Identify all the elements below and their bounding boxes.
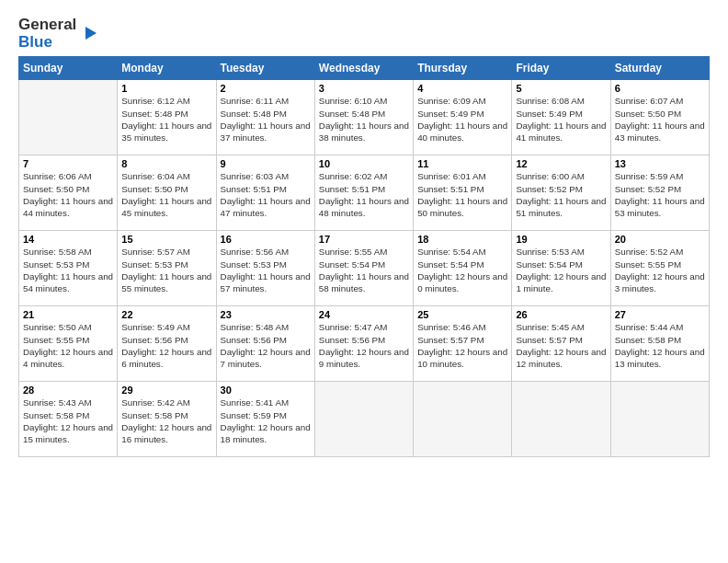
- day-info: Sunrise: 5:54 AMSunset: 5:54 PMDaylight:…: [417, 247, 507, 293]
- calendar-cell: 17 Sunrise: 5:55 AMSunset: 5:54 PMDaylig…: [314, 231, 413, 306]
- day-info: Sunrise: 5:43 AMSunset: 5:58 PMDaylight:…: [23, 397, 113, 444]
- day-number: 2: [221, 83, 311, 94]
- day-info: Sunrise: 5:50 AMSunset: 5:55 PMDaylight:…: [23, 322, 113, 369]
- day-number: 14: [23, 234, 113, 245]
- calendar-cell: 18 Sunrise: 5:54 AMSunset: 5:54 PMDaylig…: [414, 231, 512, 306]
- calendar-table: SundayMondayTuesdayWednesdayThursdayFrid…: [18, 56, 710, 457]
- day-info: Sunrise: 5:57 AMSunset: 5:53 PMDaylight:…: [121, 247, 211, 293]
- day-number: 29: [121, 385, 211, 396]
- day-number: 15: [121, 234, 211, 245]
- calendar-cell: [314, 382, 413, 457]
- day-number: 9: [221, 158, 311, 169]
- calendar-cell: [19, 80, 118, 155]
- day-info: Sunrise: 6:10 AMSunset: 5:48 PMDaylight:…: [319, 96, 409, 143]
- day-number: 17: [319, 234, 409, 245]
- calendar-cell: 20 Sunrise: 5:52 AMSunset: 5:55 PMDaylig…: [610, 231, 709, 306]
- day-number: 13: [615, 158, 705, 169]
- day-info: Sunrise: 6:04 AMSunset: 5:50 PMDaylight:…: [121, 171, 211, 218]
- calendar-cell: 16 Sunrise: 5:56 AMSunset: 5:53 PMDaylig…: [216, 231, 314, 306]
- day-info: Sunrise: 5:42 AMSunset: 5:58 PMDaylight:…: [121, 397, 211, 444]
- day-info: Sunrise: 5:46 AMSunset: 5:57 PMDaylight:…: [417, 322, 507, 369]
- day-number: 21: [23, 309, 113, 320]
- day-info: Sunrise: 5:45 AMSunset: 5:57 PMDaylight:…: [516, 322, 606, 369]
- day-number: 5: [516, 83, 606, 94]
- dow-header: Sunday: [19, 57, 118, 80]
- day-number: 28: [23, 385, 113, 396]
- day-info: Sunrise: 5:44 AMSunset: 5:58 PMDaylight:…: [615, 322, 705, 369]
- day-info: Sunrise: 6:11 AMSunset: 5:48 PMDaylight:…: [221, 96, 311, 143]
- day-number: 7: [23, 158, 113, 169]
- calendar-cell: [512, 382, 610, 457]
- calendar-cell: 7 Sunrise: 6:06 AMSunset: 5:50 PMDayligh…: [19, 155, 118, 231]
- calendar-cell: 29 Sunrise: 5:42 AMSunset: 5:58 PMDaylig…: [118, 382, 216, 457]
- day-info: Sunrise: 5:41 AMSunset: 5:59 PMDaylight:…: [221, 397, 311, 444]
- dow-header: Wednesday: [314, 57, 413, 80]
- dow-header: Thursday: [414, 57, 512, 80]
- calendar-cell: 26 Sunrise: 5:45 AMSunset: 5:57 PMDaylig…: [512, 306, 610, 382]
- calendar-cell: 5 Sunrise: 6:08 AMSunset: 5:49 PMDayligh…: [512, 80, 610, 155]
- day-info: Sunrise: 5:55 AMSunset: 5:54 PMDaylight:…: [319, 247, 409, 293]
- calendar-cell: 22 Sunrise: 5:49 AMSunset: 5:56 PMDaylig…: [118, 306, 216, 382]
- day-number: 10: [319, 158, 409, 169]
- day-number: 23: [221, 309, 311, 320]
- day-info: Sunrise: 5:48 AMSunset: 5:56 PMDaylight:…: [221, 322, 311, 369]
- calendar-cell: 2 Sunrise: 6:11 AMSunset: 5:48 PMDayligh…: [216, 80, 314, 155]
- day-number: 12: [516, 158, 606, 169]
- dow-header: Tuesday: [216, 57, 314, 80]
- day-number: 30: [221, 385, 311, 396]
- day-info: Sunrise: 6:03 AMSunset: 5:51 PMDaylight:…: [221, 171, 311, 218]
- day-info: Sunrise: 5:59 AMSunset: 5:52 PMDaylight:…: [615, 171, 705, 218]
- day-info: Sunrise: 6:06 AMSunset: 5:50 PMDaylight:…: [23, 171, 113, 218]
- dow-header: Saturday: [610, 57, 709, 80]
- calendar-cell: 28 Sunrise: 5:43 AMSunset: 5:58 PMDaylig…: [19, 382, 118, 457]
- day-info: Sunrise: 5:52 AMSunset: 5:55 PMDaylight:…: [615, 247, 705, 293]
- calendar-cell: 8 Sunrise: 6:04 AMSunset: 5:50 PMDayligh…: [118, 155, 216, 231]
- day-number: 11: [417, 158, 507, 169]
- day-number: 26: [516, 309, 606, 320]
- calendar-cell: 10 Sunrise: 6:02 AMSunset: 5:51 PMDaylig…: [314, 155, 413, 231]
- calendar-cell: 27 Sunrise: 5:44 AMSunset: 5:58 PMDaylig…: [610, 306, 709, 382]
- calendar-cell: 19 Sunrise: 5:53 AMSunset: 5:54 PMDaylig…: [512, 231, 610, 306]
- calendar-cell: 25 Sunrise: 5:46 AMSunset: 5:57 PMDaylig…: [414, 306, 512, 382]
- calendar-cell: 13 Sunrise: 5:59 AMSunset: 5:52 PMDaylig…: [610, 155, 709, 231]
- calendar-cell: 24 Sunrise: 5:47 AMSunset: 5:56 PMDaylig…: [314, 306, 413, 382]
- dow-header: Monday: [118, 57, 216, 80]
- day-number: 25: [417, 309, 507, 320]
- day-number: 27: [615, 309, 705, 320]
- day-info: Sunrise: 5:47 AMSunset: 5:56 PMDaylight:…: [319, 322, 409, 369]
- calendar-cell: 15 Sunrise: 5:57 AMSunset: 5:53 PMDaylig…: [118, 231, 216, 306]
- calendar-cell: [610, 382, 709, 457]
- calendar-cell: 23 Sunrise: 5:48 AMSunset: 5:56 PMDaylig…: [216, 306, 314, 382]
- day-info: Sunrise: 5:58 AMSunset: 5:53 PMDaylight:…: [23, 247, 113, 293]
- calendar-cell: 12 Sunrise: 6:00 AMSunset: 5:52 PMDaylig…: [512, 155, 610, 231]
- calendar-cell: 6 Sunrise: 6:07 AMSunset: 5:50 PMDayligh…: [610, 80, 709, 155]
- calendar-cell: 1 Sunrise: 6:12 AMSunset: 5:48 PMDayligh…: [118, 80, 216, 155]
- calendar-cell: 21 Sunrise: 5:50 AMSunset: 5:55 PMDaylig…: [19, 306, 118, 382]
- day-info: Sunrise: 6:07 AMSunset: 5:50 PMDaylight:…: [615, 96, 705, 143]
- day-number: 22: [121, 309, 211, 320]
- calendar-cell: 9 Sunrise: 6:03 AMSunset: 5:51 PMDayligh…: [216, 155, 314, 231]
- day-info: Sunrise: 5:49 AMSunset: 5:56 PMDaylight:…: [121, 322, 211, 369]
- day-info: Sunrise: 6:12 AMSunset: 5:48 PMDaylight:…: [121, 96, 211, 143]
- calendar-cell: [414, 382, 512, 457]
- svg-marker-0: [85, 27, 97, 40]
- calendar-cell: 4 Sunrise: 6:09 AMSunset: 5:49 PMDayligh…: [414, 80, 512, 155]
- day-number: 24: [319, 309, 409, 320]
- day-info: Sunrise: 6:02 AMSunset: 5:51 PMDaylight:…: [319, 171, 409, 218]
- day-number: 3: [319, 83, 409, 94]
- day-number: 1: [121, 83, 211, 94]
- day-info: Sunrise: 5:56 AMSunset: 5:53 PMDaylight:…: [221, 247, 311, 293]
- calendar-cell: 30 Sunrise: 5:41 AMSunset: 5:59 PMDaylig…: [216, 382, 314, 457]
- day-number: 18: [417, 234, 507, 245]
- day-info: Sunrise: 6:00 AMSunset: 5:52 PMDaylight:…: [516, 171, 606, 218]
- day-number: 8: [121, 158, 211, 169]
- day-info: Sunrise: 5:53 AMSunset: 5:54 PMDaylight:…: [516, 247, 606, 293]
- dow-header: Friday: [512, 57, 610, 80]
- day-info: Sunrise: 6:01 AMSunset: 5:51 PMDaylight:…: [417, 171, 507, 218]
- logo: General Blue: [18, 17, 100, 51]
- calendar-cell: 11 Sunrise: 6:01 AMSunset: 5:51 PMDaylig…: [414, 155, 512, 231]
- day-info: Sunrise: 6:09 AMSunset: 5:49 PMDaylight:…: [417, 96, 507, 143]
- day-number: 19: [516, 234, 606, 245]
- day-number: 6: [615, 83, 705, 94]
- day-number: 4: [417, 83, 507, 94]
